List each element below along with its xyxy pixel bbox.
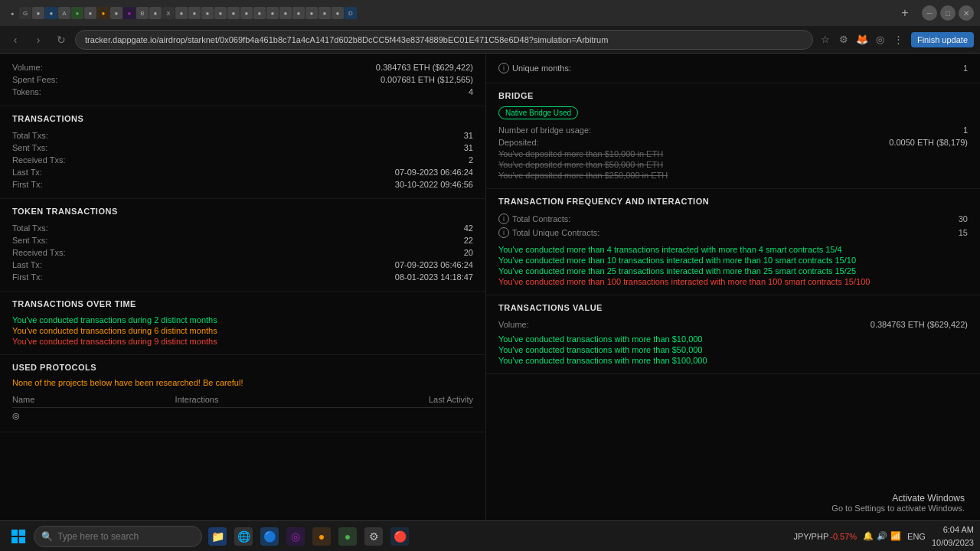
taskbar-app-chrome[interactable]: 🌐 [231,524,256,549]
last-tx-value: 07-09-2023 06:46:24 [395,168,473,177]
tab-icon[interactable]: ● [266,7,279,19]
finish-update-button[interactable]: Finish update [911,32,974,47]
tab-icon[interactable]: ● [253,7,266,19]
deposited-row: Deposited: 0.0050 ETH ($8,179) [498,136,968,148]
tab-icon[interactable]: G [19,7,31,19]
protocols-warning: None of the projects below have been res… [12,378,473,387]
back-button[interactable]: ‹ [6,31,24,49]
address-input[interactable] [75,30,813,50]
tx-freq-title: TRANSACTION FREQUENCY AND INTERACTION [498,197,968,206]
total-txs-value: 31 [464,131,473,140]
taskbar-app-edge[interactable]: 🔵 [257,524,282,549]
last-tx-row: Last Tx: 07-09-2023 06:46:24 [12,166,473,178]
tab-icon[interactable]: ● [279,7,292,19]
tab-icon[interactable]: ● [318,7,331,19]
taskbar-app-misc1[interactable]: ● [309,524,334,549]
over-time-msg-1: You've conducted transactions during 2 d… [12,315,473,325]
bridge-usage-value: 1 [963,126,968,135]
tab-icon[interactable]: B [136,7,149,19]
value-msg-2: You've conducted transactions with more … [498,344,968,355]
maximize-button[interactable]: □ [940,5,956,21]
close-button[interactable]: ✕ [959,5,974,21]
tab-icon[interactable]: A [58,7,70,19]
tab-icon[interactable]: ● [32,7,44,19]
tokens-value: 4 [469,87,473,96]
token-total-txs-label: Total Txs: [12,223,48,233]
tray-date: 10/09/2023 [932,537,974,548]
edge-icon: 🔵 [260,527,279,546]
wallet-icon[interactable]: ◎ [873,32,888,47]
transactions-section: TRANSACTIONS Total Txs: 31 Sent Txs: 31 … [0,106,485,199]
new-tab-button[interactable]: + [896,4,914,22]
tab-icon[interactable]: ● [6,7,18,19]
tab-icon[interactable]: ● [240,7,253,19]
token-last-tx-value: 07-09-2023 06:46:24 [395,260,473,269]
token-sent-txs-value: 22 [464,236,473,245]
sent-txs-row: Sent Txs: 31 [12,142,473,154]
metamask-icon[interactable]: 🦊 [854,32,870,47]
taskbar-app-misc4[interactable]: 🔴 [387,524,412,549]
tab-icon[interactable]: ● [175,7,188,19]
start-button[interactable] [6,524,31,549]
taskbar-app-explorer[interactable]: 📁 [205,524,230,549]
tx-freq-section: TRANSACTION FREQUENCY AND INTERACTION i … [486,189,980,295]
right-panel: i Unique months: 1 BRIDGE Native Bridge … [486,54,980,520]
tray-datetime: 6:04 AM 10/09/2023 [932,524,974,548]
unique-contracts-value: 15 [959,228,968,237]
tab-icon[interactable]: ● [45,7,57,19]
tray-language: ENG [907,532,926,541]
tab-icon[interactable]: ● [123,7,136,19]
taskbar-search-input[interactable] [34,526,202,547]
tray-icon-1[interactable]: 🔔 [863,531,874,541]
menu-icon[interactable]: ⋮ [891,32,906,47]
tab-icon[interactable]: ● [149,7,162,19]
freq-msg-2: You've conducted more than 10 transactio… [498,255,968,266]
first-tx-value: 30-10-2022 09:46:56 [395,180,473,189]
wallet-icon: ◎ [286,527,305,546]
tab-icon[interactable]: ● [97,7,109,19]
currency-pair: JPY/PHP [793,532,828,541]
tab-icon[interactable]: ● [332,7,344,19]
right-volume-row: Volume: 0.384763 ETH ($629,422) [498,318,968,331]
volume-label: Volume: [12,63,43,72]
value-msg-1: You've conducted transactions with more … [498,334,968,344]
taskbar-app-misc3[interactable]: ⚙ [361,524,386,549]
col-last-activity: Last Activity [288,392,473,408]
tab-icon[interactable]: D [345,7,357,19]
freq-msg-3: You've conducted more than 25 transactio… [498,266,968,276]
tray-currency: JPY/PHP -0.57% [793,532,857,541]
tab-bar: ● G ● ● A ● ● ● ● ● B ● X ● ● ● ● ● ● ● … [0,0,980,26]
tab-icon[interactable]: ● [71,7,83,19]
token-received-txs-row: Received Txs: 20 [12,246,473,259]
address-bar-row: ‹ › ↻ ☆ ⚙ 🦊 ◎ ⋮ Finish update [0,26,980,54]
tab-icon[interactable]: ● [110,7,122,19]
tab-icon[interactable]: ● [305,7,318,19]
over-time-msg-2: You've conducted transactions during 6 d… [12,325,473,336]
tray-icon-3[interactable]: 📶 [890,531,901,541]
taskbar-app-misc2[interactable]: ● [335,524,360,549]
unique-contracts-label-wrap: i Total Unique Contracts: [498,227,599,238]
tab-icon[interactable]: ● [227,7,240,19]
token-first-tx-value: 08-01-2023 14:18:47 [395,272,473,282]
tab-icon[interactable]: ● [188,7,201,19]
over-time-msg-3: You've conducted transactions during 9 d… [12,336,473,347]
value-msg-3: You've conducted transactions with more … [498,355,968,366]
tab-icon[interactable]: ● [292,7,305,19]
token-transactions-section: TOKEN TRANSACTIONS Total Txs: 42 Sent Tx… [0,199,485,292]
taskbar-app-wallet[interactable]: ◎ [283,524,308,549]
received-txs-label: Received Txs: [12,155,66,165]
forward-button[interactable]: › [29,31,47,49]
minimize-button[interactable]: ─ [922,5,937,21]
reload-button[interactable]: ↻ [52,31,70,49]
extensions-icon[interactable]: ⚙ [836,32,851,47]
tab-icon[interactable]: ● [84,7,96,19]
tab-icon[interactable]: X [162,7,175,19]
tray-icon-2[interactable]: 🔊 [877,531,887,541]
bookmark-icon[interactable]: ☆ [818,32,833,47]
first-tx-row: First Tx: 30-10-2022 09:46:56 [12,178,473,191]
tab-icon[interactable]: ● [214,7,227,19]
protocols-title: USED PROTOCOLS [12,363,473,372]
tab-icon[interactable]: ● [201,7,214,19]
search-bar-wrapper: 🔍 [34,526,202,547]
currency-change: -0.57% [830,532,857,541]
